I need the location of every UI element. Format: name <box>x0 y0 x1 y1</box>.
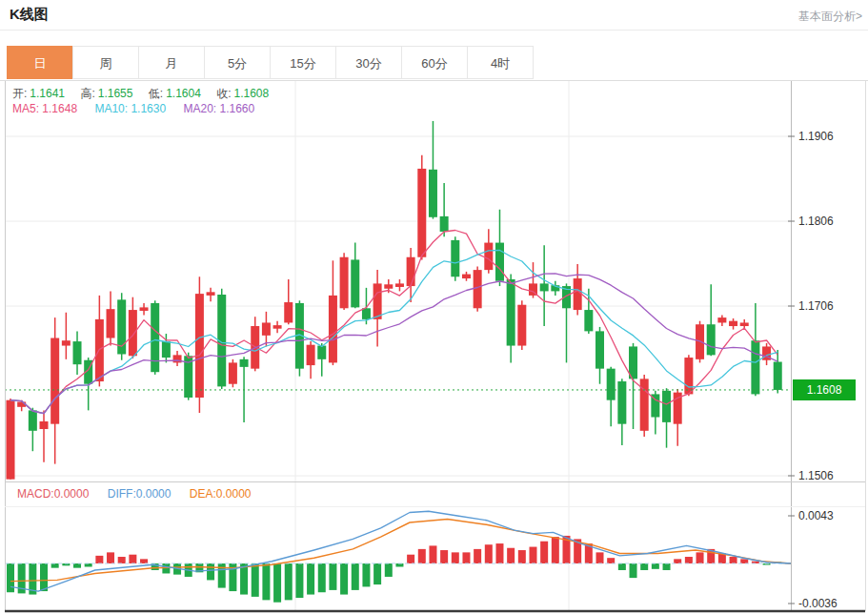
macd-readout: MACD:0.0000 DIFF:0.0000 DEA:0.0000 <box>17 487 266 501</box>
tab-60min[interactable]: 60分 <box>401 46 468 79</box>
tab-4hour[interactable]: 4时 <box>467 46 534 79</box>
ohlc-readout: 开:1.1641 高:1.1655 低:1.1604 收:1.1608 <box>12 86 281 102</box>
tab-day[interactable]: 日 <box>7 46 73 79</box>
module-header: K线图 基本面分析> <box>0 0 868 31</box>
macd-value: MACD:0.0000 <box>17 487 89 501</box>
axis-tick-3: 1.1706 <box>798 299 834 313</box>
tab-month[interactable]: 月 <box>138 46 205 79</box>
ma10-readout: MA10: 1.1630 <box>94 102 166 115</box>
dea-value: DEA:0.0000 <box>190 487 252 501</box>
macd-axis-bottom: -0.0036 <box>798 597 838 610</box>
axis-tick-2: 1.1806 <box>798 215 834 228</box>
open-label: 开: <box>12 87 27 100</box>
period-tabs: 日 周 月 5分 15分 30分 60分 4时 <box>8 46 534 79</box>
axis-tick-1: 1.1906 <box>798 130 834 143</box>
tab-week[interactable]: 周 <box>72 46 139 79</box>
close-value: 1.1608 <box>234 87 270 100</box>
axis-tick-4: 1.1506 <box>798 469 834 482</box>
ma-readout: MA5: 1.1648 MA10: 1.1630 MA20: 1.1660 <box>12 102 269 115</box>
tab-30min[interactable]: 30分 <box>335 46 402 79</box>
ma5-readout: MA5: 1.1648 <box>12 102 77 115</box>
ma20-readout: MA20: 1.1660 <box>183 102 254 115</box>
current-price-badge: 1.1608 <box>793 379 856 400</box>
fundamental-analysis-link[interactable]: 基本面分析> <box>798 9 862 25</box>
high-label: 高: <box>80 87 94 100</box>
close-label: 收: <box>216 87 231 100</box>
tab-15min[interactable]: 15分 <box>270 46 336 79</box>
low-value: 1.1604 <box>166 87 201 100</box>
open-value: 1.1641 <box>30 87 65 100</box>
high-value: 1.1655 <box>98 87 133 100</box>
page-title: K线图 <box>10 6 49 24</box>
diff-value: DIFF:0.0000 <box>108 487 172 501</box>
low-label: 低: <box>149 87 163 100</box>
macd-axis-top: 0.0043 <box>798 509 834 522</box>
tab-5min[interactable]: 5分 <box>204 46 271 79</box>
